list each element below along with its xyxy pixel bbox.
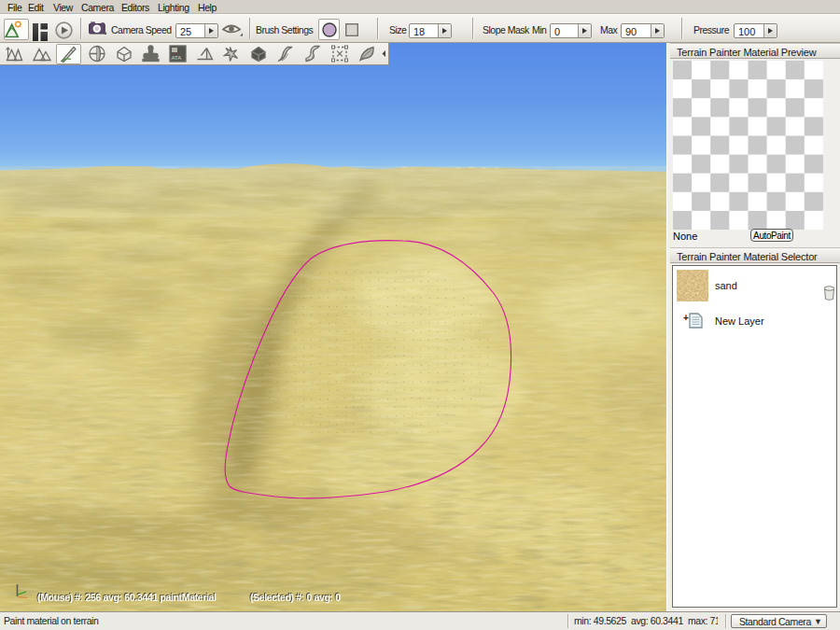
svg-text:ATA: ATA bbox=[172, 55, 182, 61]
svg-text:(Mouse) #: 256 avg: 60.3441 p: (Mouse) #: 256 avg: 60.3441 paintMateria… bbox=[37, 592, 217, 603]
svg-text:(Selected) #: 0 avg: 0: (Selected) #: 0 avg: 0 bbox=[250, 592, 341, 603]
